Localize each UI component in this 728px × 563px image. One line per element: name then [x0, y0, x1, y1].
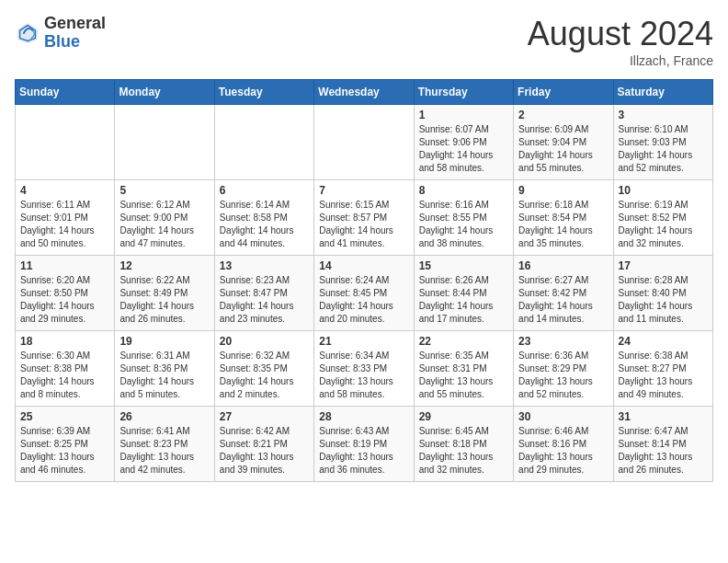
calendar-cell: 13Sunrise: 6:23 AM Sunset: 8:47 PM Dayli… [214, 256, 313, 331]
calendar-cell [115, 105, 214, 180]
day-number: 10 [619, 184, 708, 197]
day-info: Sunrise: 6:20 AM Sunset: 8:50 PM Dayligh… [20, 274, 109, 326]
calendar-cell: 3Sunrise: 6:10 AM Sunset: 9:03 PM Daylig… [613, 105, 712, 180]
week-row-5: 25Sunrise: 6:39 AM Sunset: 8:25 PM Dayli… [16, 407, 713, 482]
week-row-4: 18Sunrise: 6:30 AM Sunset: 8:38 PM Dayli… [16, 331, 713, 407]
day-number: 14 [319, 259, 408, 272]
logo: General Blue [15, 15, 106, 52]
day-number: 1 [419, 109, 508, 121]
day-info: Sunrise: 6:26 AM Sunset: 8:44 PM Dayligh… [419, 274, 508, 326]
col-header-sunday: Sunday [16, 80, 115, 105]
calendar-table: SundayMondayTuesdayWednesdayThursdayFrid… [15, 79, 713, 482]
day-number: 16 [518, 259, 608, 272]
day-info: Sunrise: 6:24 AM Sunset: 8:45 PM Dayligh… [319, 274, 408, 326]
day-number: 2 [518, 109, 608, 121]
day-number: 4 [20, 184, 109, 197]
page-header: General Blue August 2024 Illzach, France [15, 15, 713, 68]
calendar-cell: 20Sunrise: 6:32 AM Sunset: 8:35 PM Dayli… [214, 331, 313, 407]
day-info: Sunrise: 6:19 AM Sunset: 8:52 PM Dayligh… [619, 199, 708, 250]
month-title: August 2024 [528, 15, 713, 53]
calendar-cell: 6Sunrise: 6:14 AM Sunset: 8:58 PM Daylig… [214, 180, 313, 256]
calendar-cell: 1Sunrise: 6:07 AM Sunset: 9:06 PM Daylig… [414, 105, 513, 180]
day-info: Sunrise: 6:14 AM Sunset: 8:58 PM Dayligh… [220, 199, 309, 250]
day-number: 5 [119, 184, 209, 197]
calendar-cell [314, 105, 414, 180]
calendar-cell: 24Sunrise: 6:38 AM Sunset: 8:27 PM Dayli… [613, 331, 712, 407]
col-header-thursday: Thursday [414, 80, 513, 105]
day-number: 12 [119, 259, 209, 272]
day-number: 24 [619, 335, 708, 348]
day-number: 18 [20, 335, 109, 348]
calendar-cell: 8Sunrise: 6:16 AM Sunset: 8:55 PM Daylig… [414, 180, 513, 256]
day-number: 27 [220, 410, 309, 423]
calendar-cell: 12Sunrise: 6:22 AM Sunset: 8:49 PM Dayli… [115, 256, 214, 331]
calendar-cell: 7Sunrise: 6:15 AM Sunset: 8:57 PM Daylig… [314, 180, 414, 256]
calendar-cell: 26Sunrise: 6:41 AM Sunset: 8:23 PM Dayli… [115, 407, 214, 482]
day-info: Sunrise: 6:39 AM Sunset: 8:25 PM Dayligh… [20, 425, 109, 477]
logo-blue-text: Blue [44, 33, 106, 52]
week-row-1: 1Sunrise: 6:07 AM Sunset: 9:06 PM Daylig… [16, 105, 713, 180]
col-header-wednesday: Wednesday [314, 80, 414, 105]
calendar-cell: 15Sunrise: 6:26 AM Sunset: 8:44 PM Dayli… [414, 256, 513, 331]
day-info: Sunrise: 6:27 AM Sunset: 8:42 PM Dayligh… [518, 274, 608, 326]
calendar-cell: 22Sunrise: 6:35 AM Sunset: 8:31 PM Dayli… [414, 331, 513, 407]
col-header-saturday: Saturday [613, 80, 712, 105]
calendar-cell: 29Sunrise: 6:45 AM Sunset: 8:18 PM Dayli… [414, 407, 513, 482]
day-info: Sunrise: 6:42 AM Sunset: 8:21 PM Dayligh… [220, 425, 309, 477]
day-number: 21 [319, 335, 408, 348]
day-info: Sunrise: 6:11 AM Sunset: 9:01 PM Dayligh… [20, 199, 109, 250]
day-info: Sunrise: 6:43 AM Sunset: 8:19 PM Dayligh… [319, 425, 408, 477]
calendar-cell [214, 105, 313, 180]
day-info: Sunrise: 6:46 AM Sunset: 8:16 PM Dayligh… [518, 425, 608, 477]
day-number: 31 [619, 410, 708, 423]
calendar-cell: 4Sunrise: 6:11 AM Sunset: 9:01 PM Daylig… [16, 180, 115, 256]
day-info: Sunrise: 6:12 AM Sunset: 9:00 PM Dayligh… [119, 199, 209, 250]
day-number: 29 [419, 410, 508, 423]
day-info: Sunrise: 6:45 AM Sunset: 8:18 PM Dayligh… [419, 425, 508, 477]
day-info: Sunrise: 6:47 AM Sunset: 8:14 PM Dayligh… [619, 425, 708, 477]
day-number: 13 [220, 259, 309, 272]
calendar-cell: 9Sunrise: 6:18 AM Sunset: 8:54 PM Daylig… [514, 180, 613, 256]
calendar-cell: 14Sunrise: 6:24 AM Sunset: 8:45 PM Dayli… [314, 256, 414, 331]
day-info: Sunrise: 6:10 AM Sunset: 9:03 PM Dayligh… [619, 123, 708, 175]
day-info: Sunrise: 6:16 AM Sunset: 8:55 PM Dayligh… [419, 199, 508, 250]
day-info: Sunrise: 6:22 AM Sunset: 8:49 PM Dayligh… [119, 274, 209, 326]
day-number: 25 [20, 410, 109, 423]
logo-icon [15, 20, 40, 46]
calendar-cell: 17Sunrise: 6:28 AM Sunset: 8:40 PM Dayli… [613, 256, 712, 331]
calendar-cell: 16Sunrise: 6:27 AM Sunset: 8:42 PM Dayli… [514, 256, 613, 331]
day-info: Sunrise: 6:18 AM Sunset: 8:54 PM Dayligh… [518, 199, 608, 250]
day-number: 17 [619, 259, 708, 272]
day-info: Sunrise: 6:41 AM Sunset: 8:23 PM Dayligh… [119, 425, 209, 477]
week-row-3: 11Sunrise: 6:20 AM Sunset: 8:50 PM Dayli… [16, 256, 713, 331]
calendar-cell: 30Sunrise: 6:46 AM Sunset: 8:16 PM Dayli… [514, 407, 613, 482]
day-number: 20 [220, 335, 309, 348]
day-info: Sunrise: 6:36 AM Sunset: 8:29 PM Dayligh… [518, 350, 608, 401]
logo-general-text: General [44, 15, 106, 33]
col-header-monday: Monday [115, 80, 214, 105]
day-info: Sunrise: 6:09 AM Sunset: 9:04 PM Dayligh… [518, 123, 608, 175]
day-info: Sunrise: 6:15 AM Sunset: 8:57 PM Dayligh… [319, 199, 408, 250]
calendar-cell [16, 105, 115, 180]
calendar-cell: 5Sunrise: 6:12 AM Sunset: 9:00 PM Daylig… [115, 180, 214, 256]
day-number: 11 [20, 259, 109, 272]
logo-text: General Blue [44, 15, 106, 52]
col-header-tuesday: Tuesday [214, 80, 313, 105]
calendar-cell: 31Sunrise: 6:47 AM Sunset: 8:14 PM Dayli… [613, 407, 712, 482]
week-row-2: 4Sunrise: 6:11 AM Sunset: 9:01 PM Daylig… [16, 180, 713, 256]
day-number: 28 [319, 410, 408, 423]
calendar-cell: 21Sunrise: 6:34 AM Sunset: 8:33 PM Dayli… [314, 331, 414, 407]
day-number: 30 [518, 410, 608, 423]
calendar-cell: 28Sunrise: 6:43 AM Sunset: 8:19 PM Dayli… [314, 407, 414, 482]
calendar-cell: 2Sunrise: 6:09 AM Sunset: 9:04 PM Daylig… [514, 105, 613, 180]
calendar-cell: 10Sunrise: 6:19 AM Sunset: 8:52 PM Dayli… [613, 180, 712, 256]
day-info: Sunrise: 6:38 AM Sunset: 8:27 PM Dayligh… [619, 350, 708, 401]
day-number: 22 [419, 335, 508, 348]
calendar-cell: 18Sunrise: 6:30 AM Sunset: 8:38 PM Dayli… [16, 331, 115, 407]
header-row: SundayMondayTuesdayWednesdayThursdayFrid… [16, 80, 713, 105]
day-number: 19 [119, 335, 209, 348]
day-info: Sunrise: 6:30 AM Sunset: 8:38 PM Dayligh… [20, 350, 109, 401]
day-number: 9 [518, 184, 608, 197]
day-number: 26 [119, 410, 209, 423]
calendar-cell: 23Sunrise: 6:36 AM Sunset: 8:29 PM Dayli… [514, 331, 613, 407]
